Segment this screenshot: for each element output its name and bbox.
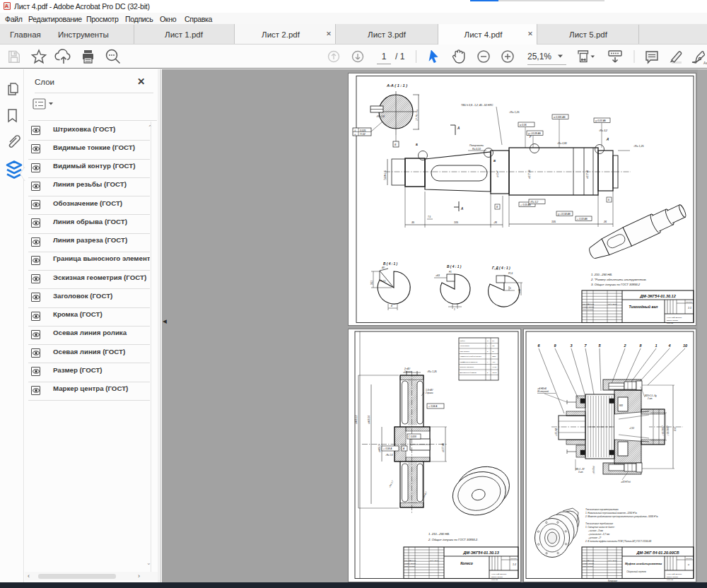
svg-text:/ 1: / 1 (395, 52, 405, 61)
svg-text:1:1: 1:1 (688, 307, 691, 310)
svg-text:∅ 92 ПВ/9-7: ∅ 92 ПВ/9-7 (667, 425, 670, 436)
svg-text:Б ( 4 : 1 ): Б ( 4 : 1 ) (383, 262, 398, 266)
svg-text:√Ra 3,2: √Ra 3,2 (530, 201, 539, 204)
svg-text:4: 4 (667, 343, 670, 348)
svg-text:1. 210...290 НВ.: 1. 210...290 НВ. (591, 273, 612, 276)
svg-text:А: А (457, 127, 460, 130)
svg-text:6: 6 (537, 343, 540, 348)
svg-text:2: 2 (623, 343, 626, 348)
svg-text:2. В полости муфты заложить ПС: 2. В полости муфты заложить ПСМ ("Литол-… (585, 540, 652, 543)
svg-text:№ докум.: № докум. (409, 560, 416, 561)
svg-text:Пров. Петров: Пров. Петров (404, 565, 415, 567)
svg-text:∅70: ∅70 (518, 289, 521, 293)
svg-text:Модуль: Модуль (460, 340, 465, 341)
svg-text:∅63: ∅63 (436, 274, 440, 277)
svg-text:1: 1 (382, 52, 387, 61)
svg-text:⊥ 0,04 А: ⊥ 0,04 А (428, 405, 438, 408)
svg-text:2. Момент срабатывания предохр: 2. Момент срабатывания предохранительног… (585, 515, 658, 518)
svg-text:В: В (395, 143, 397, 146)
svg-text:7-в-вС: 7-в-вС (492, 366, 497, 368)
svg-text:Аа: Аа (703, 61, 707, 65)
svg-text:Разраб. Иванов: Разраб. Иванов (583, 306, 595, 307)
svg-text:Подп. Дата: Подп. Дата (608, 303, 617, 305)
svg-text:Т/,02: Т/,02 (360, 133, 366, 136)
svg-text:x: x (486, 361, 489, 363)
svg-text:-26: -26 (493, 221, 497, 224)
svg-text:ТВЧ h 0,8...1,2; 40...50 HRC: ТВЧ h 0,8...1,2; 40...50 HRC (461, 104, 493, 107)
svg-text:А-А ( 1 : 1 ): А-А ( 1 : 1 ) (386, 83, 407, 88)
svg-text:Технические требования: Технические требования (585, 522, 613, 525)
svg-text:—: — (486, 355, 489, 357)
svg-text:Подп. Дата: Подп. Дата (608, 560, 617, 561)
svg-text:√Ra 1,6: √Ra 1,6 (385, 454, 393, 457)
svg-text:Б: Б (416, 143, 418, 146)
svg-text:Техническая характеристика: Техническая характеристика (585, 508, 619, 511)
svg-text:⊥ 0,04 А: ⊥ 0,04 А (383, 447, 392, 450)
svg-text:Колесо: Колесо (460, 561, 473, 565)
svg-text:0,025: 0,025 (360, 129, 366, 132)
svg-text:1:2: 1:2 (513, 563, 516, 566)
svg-text:36 стержней: 36 стержней (537, 390, 549, 393)
svg-text:2О2: 2О2 (674, 427, 677, 432)
svg-text:ДМ-ЭКГ-54-01.20.00СБ: ДМ-ЭКГ-54-01.20.00СБ (636, 551, 679, 555)
svg-text:10: 10 (683, 343, 687, 348)
svg-text:МТМ-20: МТМ-20 (667, 579, 674, 581)
svg-text:Тр24×1,5: Тр24×1,5 (384, 170, 387, 180)
svg-text:1: 1 (454, 308, 455, 311)
svg-text:+2,5О: +2,5О (629, 427, 634, 430)
svg-text:машин группа: машин группа (667, 576, 679, 578)
svg-text:НГТУ каф. Детали: НГТУ каф. Детали (667, 317, 682, 319)
svg-text:Копировал: Копировал (608, 580, 617, 582)
svg-text:- радиальное - 0,7 мм: - радиальное - 0,7 мм (588, 533, 609, 536)
svg-text:Муфта комбинированная: Муфта комбинированная (625, 562, 662, 565)
svg-text:Г, Д ( 4 : 1 ): Г, Д ( 4 : 1 ) (492, 266, 510, 270)
svg-text:2. Общие допуски по ГОСТ 30893: 2. Общие допуски по ГОСТ 30893.2. (428, 538, 478, 541)
svg-text:3. Общие допуски по ГОСТ 30893: 3. Общие допуски по ГОСТ 30893.2 (591, 283, 641, 286)
svg-text:26: 26 (603, 220, 607, 223)
svg-text:⊙ 0,06: ⊙ 0,06 (520, 124, 527, 127)
svg-text:√Ra 0,80: √Ra 0,80 (557, 142, 567, 145)
svg-text:Сборочный чертеж: Сборочный чертеж (626, 570, 647, 573)
svg-text:∅4-В,36: ∅4-В,36 (368, 416, 370, 424)
svg-text:4: 4 (391, 305, 392, 307)
svg-text:9: 9 (554, 343, 556, 348)
svg-text:12°: 12° (492, 351, 494, 352)
svg-text:Подп. Дата: Подп. Дата (430, 560, 439, 561)
svg-text:∅4-В,12: ∅4-В,12 (355, 416, 358, 424)
svg-text:Разраб. Иванов: Разраб. Иванов (404, 563, 416, 564)
svg-text:Масштаб: Масштаб (686, 558, 692, 559)
svg-text:машин группа: машин группа (491, 576, 503, 578)
svg-text:Масштаб: Масштаб (510, 558, 517, 559)
svg-text:45°: 45° (382, 266, 385, 269)
svg-text:∅8 НП/пд: ∅8 НП/пд (592, 466, 595, 474)
svg-text:d: d (487, 372, 489, 373)
svg-text:z: z (486, 345, 489, 346)
svg-text:А: А (460, 207, 463, 211)
svg-text:∅75,НВ: ∅75,НВ (555, 428, 558, 436)
svg-text:√Ra 1,6: √Ra 1,6 (376, 115, 385, 118)
svg-text:m: m (487, 340, 489, 341)
svg-text:◎ ∅0,08 АБ: ◎ ∅0,08 АБ (528, 132, 542, 135)
svg-text:√Ra 1,25: √Ra 1,25 (509, 111, 520, 114)
svg-text:∅177,4В: ∅177,4В (442, 442, 445, 452)
svg-text:Число зубьев: Число зубьев (460, 345, 470, 346)
svg-text:Ra 0,10: Ra 0,10 (472, 148, 481, 151)
svg-text:Масштаб: Масштаб (686, 301, 692, 302)
svg-text:машин группа: машин группа (667, 319, 679, 322)
svg-text:8: 8 (639, 343, 642, 348)
svg-text:Нормальный исходный контур: Нормальный исходный контур (460, 355, 482, 357)
svg-text:2 шт.: 2 шт. (647, 397, 653, 400)
svg-text:⊙ 0,005 АБ: ⊙ 0,005 АБ (554, 116, 566, 119)
svg-text:√Ra 1,25: √Ra 1,25 (427, 370, 437, 373)
svg-text:Полировать: Полировать (469, 144, 484, 147)
svg-text:2. *Размер обеспечить инструме: 2. *Размер обеспечить инструментом. (590, 278, 646, 281)
svg-text:3,61: 3,61 (370, 281, 373, 285)
svg-text:В: В (496, 206, 498, 208)
svg-text:∅ Сн7: ∅ Сн7 (496, 170, 499, 177)
svg-text:и: и (688, 563, 689, 566)
svg-text:ГОСТ: ГОСТ (492, 355, 496, 357)
svg-text:Разраб. Иванов: Разраб. Иванов (583, 563, 595, 564)
svg-text:121: 121 (492, 345, 494, 346)
svg-text:7,5: 7,5 (428, 216, 431, 218)
svg-text:В ( 4 : 1 ): В ( 4 : 1 ) (447, 265, 462, 269)
